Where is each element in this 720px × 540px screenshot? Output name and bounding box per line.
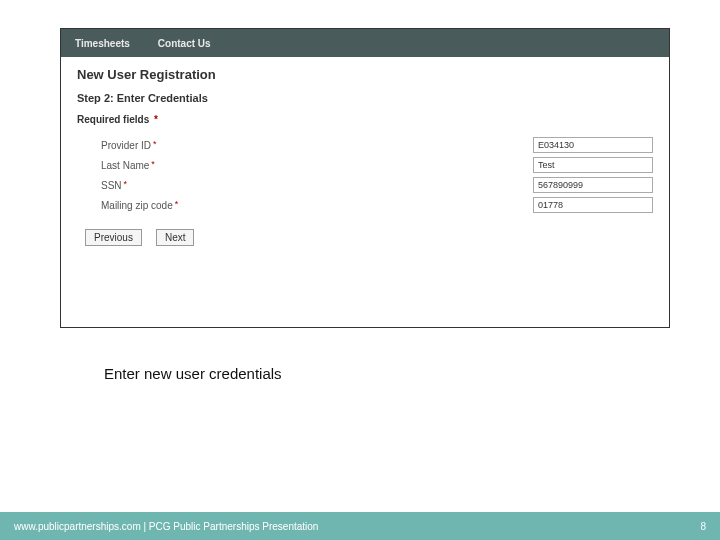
slide-footer: www.publicpartnerships.com | PCG Public … [0,512,720,540]
nav-timesheets[interactable]: Timesheets [75,38,130,49]
label-zip: Mailing zip code* [77,200,217,211]
nav-contact-us[interactable]: Contact Us [158,38,211,49]
field-row-ssn: SSN* [77,175,653,195]
page-number: 8 [700,521,706,532]
field-row-zip: Mailing zip code* [77,195,653,215]
label-last-name: Last Name* [77,160,217,171]
input-ssn[interactable] [533,177,653,193]
previous-button[interactable]: Previous [85,229,142,246]
step-label: Step 2: Enter Credentials [77,92,653,104]
registration-form: New User Registration Step 2: Enter Cred… [61,57,669,246]
footer-text: www.publicpartnerships.com | PCG Public … [14,521,318,532]
field-row-provider-id: Provider ID* [77,135,653,155]
label-provider-id: Provider ID* [77,140,217,151]
form-title: New User Registration [77,67,653,82]
label-ssn: SSN* [77,180,217,191]
app-nav-bar: Timesheets Contact Us [61,29,669,57]
button-row: Previous Next [77,229,653,246]
field-row-last-name: Last Name* [77,155,653,175]
next-button[interactable]: Next [156,229,195,246]
slide-caption: Enter new user credentials [104,365,282,382]
required-fields-note: Required fields * [77,114,653,125]
input-provider-id[interactable] [533,137,653,153]
registration-screenshot: Timesheets Contact Us New User Registrat… [60,28,670,328]
input-last-name[interactable] [533,157,653,173]
input-zip[interactable] [533,197,653,213]
